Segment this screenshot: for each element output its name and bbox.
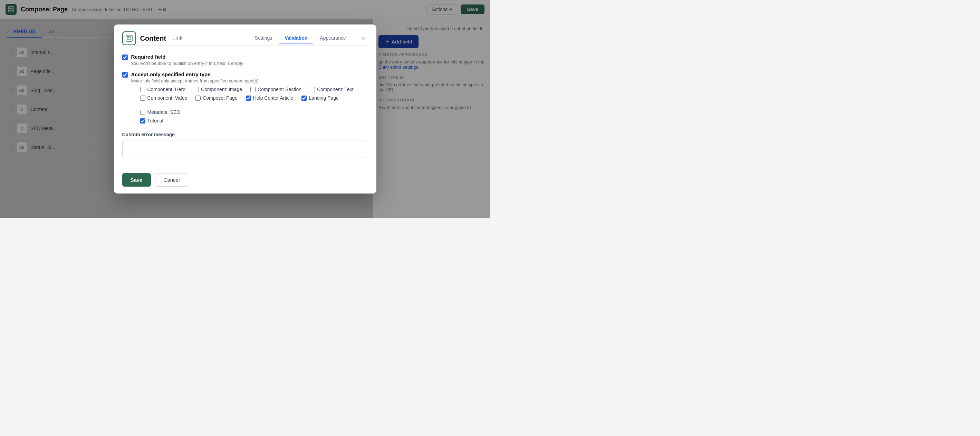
entry-types-grid: Component: Hero Component: Image Compone…	[140, 86, 368, 124]
required-field-desc: You won't be able to publish an entry if…	[131, 61, 243, 66]
entry-type-text: Component: Text	[310, 86, 353, 92]
custom-error-section: Custom error message	[122, 132, 368, 158]
text-label[interactable]: Component: Text	[317, 87, 353, 92]
landing-page-label[interactable]: Landing Page	[309, 95, 339, 101]
video-label[interactable]: Component: Video	[148, 95, 188, 101]
accept-entry-type-label[interactable]: Accept only specified entry type	[131, 71, 211, 77]
modal-content-icon	[122, 32, 136, 45]
metadata-seo-checkbox[interactable]	[140, 110, 145, 115]
entry-type-tutorial: Tutorial	[140, 117, 163, 124]
accept-entry-type-desc: Make this field only accept entries from…	[131, 78, 368, 84]
compose-page-label[interactable]: Compose: Page	[203, 95, 237, 101]
landing-page-checkbox[interactable]	[301, 95, 307, 101]
entry-type-video: Component: Video	[140, 95, 188, 101]
svg-rect-9	[129, 39, 131, 40]
modal-tabs: Settings Validation Appearance	[249, 33, 352, 43]
required-field-row: Required field You won't be able to publ…	[122, 54, 368, 66]
entry-types-row-2: Component: Video Compose: Page Help Cent…	[140, 95, 368, 115]
tutorial-label[interactable]: Tutorial	[148, 118, 163, 124]
modal-header: Content Link Settings Validation Appeara…	[114, 24, 376, 45]
modal-subtitle: Link	[172, 35, 182, 41]
modal-body: Required field You won't be able to publ…	[114, 46, 376, 166]
image-checkbox[interactable]	[194, 87, 199, 92]
modal-tabs-divider	[122, 45, 368, 46]
tutorial-checkbox[interactable]	[140, 118, 145, 124]
entry-type-image: Component: Image	[194, 86, 242, 92]
modal-save-button[interactable]: Save	[122, 173, 151, 187]
video-checkbox[interactable]	[140, 95, 145, 101]
required-field-checkbox[interactable]	[122, 54, 128, 60]
modal-title: Content	[140, 35, 167, 43]
help-center-checkbox[interactable]	[246, 95, 251, 101]
help-center-label[interactable]: Help Center Article	[253, 95, 294, 101]
section-label[interactable]: Component: Section	[258, 87, 301, 92]
entry-type-compose-page: Compose: Page	[196, 95, 237, 101]
accept-entry-type-row: Accept only specified entry type Make th…	[122, 71, 368, 126]
entry-types-row-3: Tutorial	[140, 117, 368, 124]
modal-tab-appearance[interactable]: Appearance	[314, 33, 352, 43]
hero-checkbox[interactable]	[140, 87, 145, 92]
modal-tab-settings[interactable]: Settings	[249, 33, 278, 43]
svg-rect-7	[129, 36, 131, 38]
modal-tab-validation[interactable]: Validation	[279, 33, 313, 43]
metadata-seo-label[interactable]: Metadata: SEO	[148, 109, 181, 115]
modal-close-button[interactable]: ×	[358, 33, 368, 44]
entry-type-landing-page: Landing Page	[301, 95, 339, 101]
entry-types-row-1: Component: Hero Component: Image Compone…	[140, 86, 368, 92]
modal-cancel-button[interactable]: Cancel	[155, 173, 189, 187]
entry-type-help-center: Help Center Article	[246, 95, 294, 101]
custom-error-input[interactable]	[122, 140, 368, 158]
accept-entry-type-checkbox[interactable]	[122, 72, 128, 78]
compose-page-checkbox[interactable]	[196, 95, 200, 101]
entry-type-hero: Component: Hero	[140, 86, 186, 92]
svg-rect-6	[127, 36, 129, 38]
image-label[interactable]: Component: Image	[201, 87, 242, 92]
text-checkbox[interactable]	[310, 87, 315, 92]
required-field-label[interactable]: Required field	[131, 54, 166, 60]
modal-dialog: Content Link Settings Validation Appeara…	[114, 24, 376, 193]
modal-footer: Save Cancel	[114, 166, 376, 193]
svg-rect-5	[126, 35, 132, 41]
entry-type-metadata-seo: Metadata: SEO	[140, 109, 181, 115]
entry-type-section: Component: Section	[250, 86, 301, 92]
section-checkbox[interactable]	[250, 87, 256, 92]
svg-rect-8	[127, 39, 129, 40]
hero-label[interactable]: Component: Hero	[148, 87, 186, 92]
custom-error-label: Custom error message	[122, 132, 368, 137]
